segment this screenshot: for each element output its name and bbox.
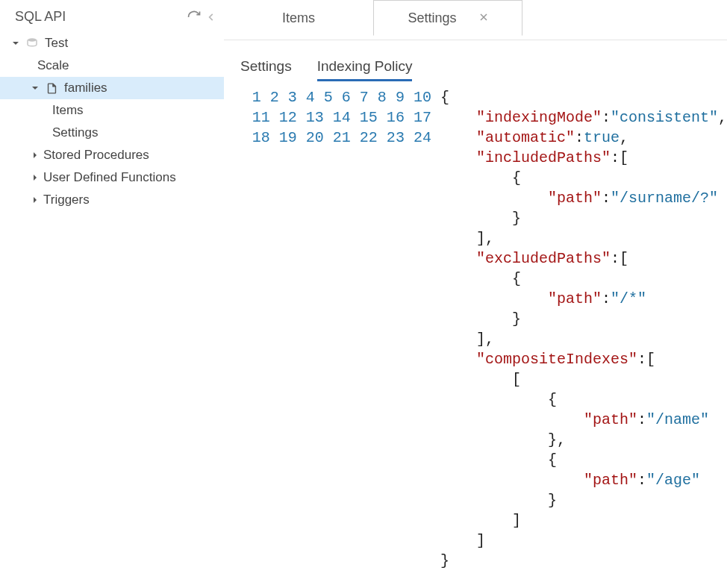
refresh-icon[interactable]	[187, 10, 202, 25]
tree-node-label: Items	[52, 103, 84, 118]
tab-settings[interactable]: Settings	[373, 0, 522, 36]
tab-label: Items	[282, 10, 315, 26]
tree-node-label: User Defined Functions	[43, 170, 176, 185]
sub-tab-settings[interactable]: Settings	[240, 58, 292, 81]
tree-node-label: Test	[45, 36, 68, 51]
sub-tab-label: Settings	[240, 58, 292, 74]
tree-node-container[interactable]: families	[0, 77, 224, 99]
container-icon	[43, 82, 60, 95]
tree-node-label: Settings	[52, 125, 98, 140]
sidebar-header: SQL API	[0, 6, 224, 32]
close-tab-icon[interactable]	[479, 11, 488, 25]
database-icon	[24, 37, 40, 50]
tree-node-label: Triggers	[43, 193, 90, 207]
caret-right-icon	[30, 174, 40, 181]
tab-items[interactable]: Items	[224, 0, 373, 36]
sidebar-title: SQL API	[15, 9, 66, 25]
document-tabs: Items Settings	[224, 0, 727, 40]
caret-down-icon	[10, 40, 21, 47]
tree-node-label: Stored Procedures	[43, 148, 149, 163]
sub-tab-label: Indexing Policy	[317, 58, 413, 74]
sub-tab-indexing-policy[interactable]: Indexing Policy	[317, 58, 413, 81]
json-editor[interactable]: 1 2 3 4 5 6 7 8 9 10 11 12 13 14 15 16 1…	[224, 87, 727, 571]
editor-gutter: 1 2 3 4 5 6 7 8 9 10 11 12 13 14 15 16 1…	[231, 87, 440, 571]
tree-node-label: families	[64, 81, 107, 96]
caret-right-icon	[30, 196, 40, 204]
sidebar: SQL API Test Scale	[0, 0, 224, 588]
tree-node-stored-procedures[interactable]: Stored Procedures	[0, 144, 224, 166]
editor-code[interactable]: { "indexingMode":"consistent", "automati…	[440, 87, 727, 571]
tree-node-items[interactable]: Items	[0, 99, 224, 122]
svg-point-0	[28, 38, 37, 42]
tree-node-user-defined-functions[interactable]: User Defined Functions	[0, 166, 224, 189]
tree-node-label: Scale	[37, 58, 69, 73]
main-panel: Items Settings Settings Indexing Policy …	[224, 0, 727, 588]
collapse-sidebar-icon[interactable]	[206, 12, 216, 22]
tree-node-settings[interactable]: Settings	[0, 122, 224, 144]
tree-node-database[interactable]: Test	[0, 32, 224, 54]
tree-node-scale[interactable]: Scale	[0, 54, 224, 77]
resource-tree: Test Scale families Items Settings	[0, 32, 224, 211]
tree-node-triggers[interactable]: Triggers	[0, 189, 224, 211]
caret-right-icon	[30, 151, 40, 159]
settings-sub-tabs: Settings Indexing Policy	[224, 40, 727, 87]
caret-down-icon	[30, 84, 40, 92]
tab-label: Settings	[408, 10, 456, 26]
